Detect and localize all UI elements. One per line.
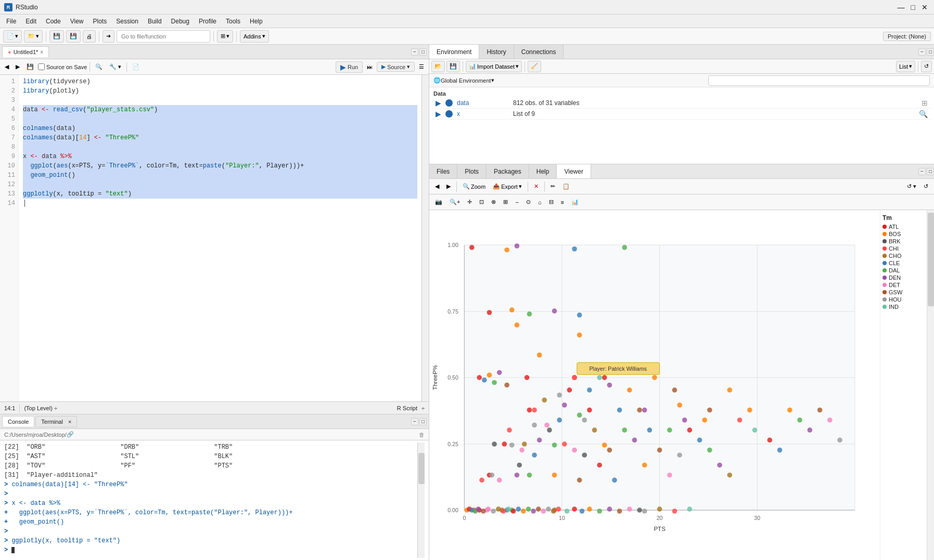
editor-tab-untitled1[interactable]: ● Untitled1* ×	[2, 46, 49, 57]
viewer-edit-button[interactable]: ✏	[548, 181, 558, 192]
env-tab-connections[interactable]: Connections	[514, 45, 564, 59]
source-on-save-label[interactable]: Source on Save	[38, 63, 87, 70]
console-maximize-button[interactable]: □	[419, 418, 427, 425]
console-minimize-button[interactable]: −	[411, 418, 418, 425]
code-tools-button[interactable]: 🔧 ▾	[107, 61, 124, 73]
refresh-env-button[interactable]: ↺	[921, 61, 932, 72]
x-expand-icon[interactable]: ▶	[436, 110, 441, 118]
show-closest-button[interactable]: ≡	[558, 197, 567, 208]
autoscale-button[interactable]: ⊙	[523, 197, 533, 208]
viewer-back-button[interactable]: ◀	[432, 181, 442, 192]
export-button[interactable]: 📤 Export ▾	[490, 181, 524, 192]
editor-save-btn[interactable]: 💾	[24, 61, 36, 73]
menu-session[interactable]: Session	[112, 17, 143, 26]
menu-debug[interactable]: Debug	[167, 17, 194, 26]
editor-scrollbar[interactable]	[421, 75, 429, 401]
menu-code[interactable]: Code	[42, 17, 65, 26]
open-file-button[interactable]: 📁 ▾	[24, 30, 43, 43]
legend-item-hou[interactable]: HOU	[882, 296, 925, 303]
source-button[interactable]: ▶ Source ▾	[377, 62, 415, 72]
camera-button[interactable]: 📷	[432, 197, 445, 208]
legend-item-dal[interactable]: DAL	[882, 267, 925, 274]
legend-item-den[interactable]: DEN	[882, 275, 925, 281]
run-button[interactable]: ▶ Run	[336, 61, 363, 73]
editor-maximize-button[interactable]: □	[419, 48, 427, 56]
menu-help[interactable]: Help	[246, 17, 267, 26]
zoom-in-x-button[interactable]: ⊞	[501, 197, 510, 208]
global-env-dropdown[interactable]: ▾	[491, 77, 494, 84]
pan-button[interactable]: ✛	[465, 197, 475, 208]
menu-view[interactable]: View	[66, 17, 88, 26]
new-file-button[interactable]: 📄 ▾	[3, 30, 22, 43]
viewer-maximize-button[interactable]: □	[927, 168, 934, 175]
viewer-tab-viewer[interactable]: Viewer	[557, 164, 591, 178]
list-view-button[interactable]: List ▾	[896, 61, 915, 72]
console-content[interactable]: [22] "ORB" "DRB" "TRB" [25] "AST" "STL" …	[0, 440, 429, 560]
goto-input[interactable]	[117, 30, 210, 43]
editor-back-button[interactable]: ◀	[2, 61, 11, 73]
editor-menu-button[interactable]: ☰	[416, 61, 427, 73]
find-in-editor-button[interactable]: 🔍	[93, 61, 105, 73]
code-area[interactable]: library(tidyverse) library(plotly) data …	[19, 75, 421, 401]
viewer-tab-files[interactable]: Files	[429, 164, 457, 178]
viewer-minimize-button[interactable]: −	[918, 168, 926, 175]
terminal-tab-close[interactable]: ×	[68, 419, 71, 425]
env-x-search-icon[interactable]: 🔍	[919, 110, 928, 118]
viewer-fullscreen-button[interactable]: ↺	[921, 181, 931, 192]
plot-scroll-thumb[interactable]	[928, 213, 934, 306]
close-button[interactable]: ✕	[919, 3, 930, 11]
env-search-input[interactable]	[708, 75, 930, 86]
legend-item-bos[interactable]: BOS	[882, 231, 925, 237]
source-on-save-checkbox[interactable]	[38, 63, 45, 70]
minimize-button[interactable]: —	[895, 3, 907, 11]
zoom-out-button[interactable]: −	[513, 197, 521, 208]
run-next-button[interactable]: ⏭	[364, 61, 375, 73]
legend-item-gsw[interactable]: GSW	[882, 289, 925, 295]
window-controls[interactable]: — □ ✕	[895, 3, 930, 11]
legend-item-det[interactable]: DET	[882, 282, 925, 288]
legend-item-cle[interactable]: CLE	[882, 260, 925, 266]
select-box-button[interactable]: ⊡	[477, 197, 487, 208]
console-tab-terminal[interactable]: Terminal ×	[35, 416, 77, 427]
import-dataset-button[interactable]: 📊 Import Dataset ▾	[466, 61, 522, 72]
editor-tab-close[interactable]: ×	[40, 49, 43, 55]
legend-item-ind[interactable]: IND	[882, 304, 925, 310]
viewer-tab-help[interactable]: Help	[529, 164, 557, 178]
viewer-tab-plots[interactable]: Plots	[457, 164, 487, 178]
load-workspace-button[interactable]: 📂	[431, 61, 445, 72]
project-layout-button[interactable]: ⊞▾	[217, 30, 233, 43]
viewer-refresh-button[interactable]: ↺ ▾	[904, 181, 919, 192]
addins-button[interactable]: Addins ▾	[240, 30, 269, 43]
menu-edit[interactable]: Edit	[21, 17, 41, 26]
menu-build[interactable]: Build	[144, 17, 166, 26]
menu-file[interactable]: File	[2, 17, 20, 26]
viewer-forward-button[interactable]: ▶	[444, 181, 453, 192]
data-expand-icon[interactable]: ▶	[436, 99, 441, 107]
env-data-grid-icon[interactable]: ⊞	[922, 99, 928, 107]
env-tab-history[interactable]: History	[479, 45, 514, 59]
legend-item-chi[interactable]: CHI	[882, 245, 925, 252]
env-minimize-button[interactable]: −	[918, 48, 926, 56]
maximize-button[interactable]: □	[909, 3, 917, 11]
console-scroll-thumb[interactable]	[418, 453, 425, 484]
legend-item-cho[interactable]: CHO	[882, 253, 925, 259]
compare-data-button[interactable]: 📊	[569, 197, 581, 208]
save-all-button[interactable]: 💾	[66, 30, 81, 43]
save-workspace-button[interactable]: 💾	[446, 61, 460, 72]
compile-button[interactable]: 📄	[130, 61, 142, 73]
viewer-tab-packages[interactable]: Packages	[487, 164, 529, 178]
env-tab-environment[interactable]: Environment	[429, 45, 479, 59]
lasso-button[interactable]: ⊗	[489, 197, 498, 208]
menu-tools[interactable]: Tools	[222, 17, 245, 26]
env-row-data[interactable]: ▶ data 812 obs. of 31 variables ⊞	[431, 98, 932, 109]
viewer-clip-button[interactable]: 📋	[560, 181, 572, 192]
zoom-button[interactable]: 🔍 Zoom	[460, 181, 488, 192]
console-clear-icon[interactable]: 🗑	[419, 432, 425, 438]
editor-minimize-button[interactable]: −	[411, 48, 418, 56]
legend-item-brk[interactable]: BRK	[882, 238, 925, 244]
env-maximize-button[interactable]: □	[927, 48, 934, 56]
legend-item-atl[interactable]: ATL	[882, 224, 925, 230]
env-row-x[interactable]: ▶ x List of 9 🔍	[431, 109, 932, 120]
print-button[interactable]: 🖨	[83, 30, 96, 43]
menu-plots[interactable]: Plots	[89, 17, 111, 26]
